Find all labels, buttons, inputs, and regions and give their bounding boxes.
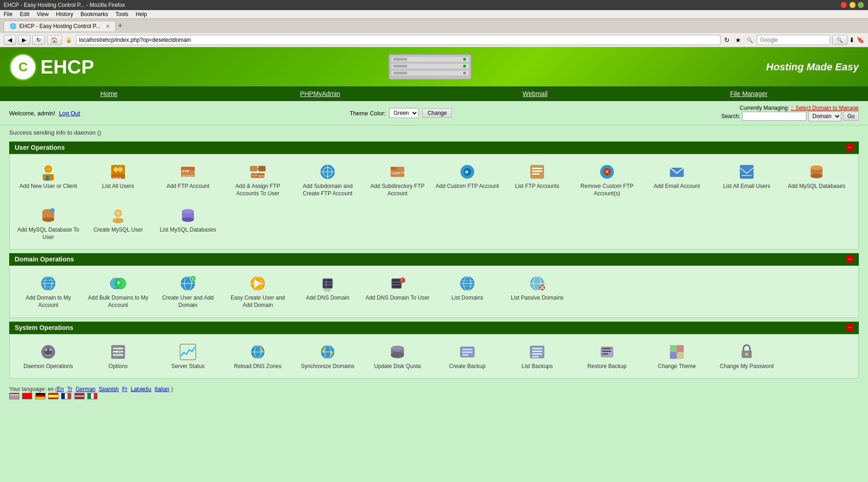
op-create-user-domain[interactable]: + Create User and Add Domain bbox=[154, 271, 222, 312]
nav-webmail[interactable]: Webmail bbox=[522, 90, 547, 97]
op-server-status[interactable]: Server Status bbox=[154, 339, 222, 374]
op-list-users[interactable]: users List All Users bbox=[84, 159, 152, 201]
reload-icon[interactable]: ↻ bbox=[722, 36, 732, 44]
forward-button[interactable]: ▶ bbox=[18, 35, 30, 45]
user-operations-collapse[interactable]: − bbox=[846, 144, 853, 151]
op-create-mysql-user[interactable]: Create MySQL User bbox=[84, 203, 152, 244]
lang-italian[interactable]: Italian bbox=[155, 386, 170, 392]
search-type-select[interactable]: Domain User bbox=[808, 111, 841, 121]
nav-home[interactable]: Home bbox=[101, 90, 118, 97]
op-subdir-ftp[interactable]: subdir FTP Add Subdirectory FTP Account bbox=[363, 159, 431, 201]
menu-tools[interactable]: Tools bbox=[115, 11, 128, 17]
nav-phpmyadmin[interactable]: PHPMyAdmin bbox=[300, 90, 340, 97]
list-backups-label: List Backups bbox=[522, 363, 553, 370]
op-add-email[interactable]: Add Email Account bbox=[643, 159, 711, 201]
op-list-domains[interactable]: List Domains bbox=[433, 271, 501, 312]
op-list-backups[interactable]: List Backups bbox=[503, 339, 571, 374]
menu-file[interactable]: File bbox=[4, 11, 12, 17]
op-dns-user[interactable]: ! Add DNS Domain To User bbox=[363, 271, 431, 312]
svg-point-91 bbox=[400, 278, 405, 283]
add-domain-label: Add Domain to My Account bbox=[16, 295, 80, 309]
op-list-ftp[interactable]: List FTP Accounts bbox=[503, 159, 571, 201]
op-sync-domains[interactable]: Synchronize Domains bbox=[294, 339, 362, 374]
op-subdomain-ftp[interactable]: Add Subdomain and Create FTP Account bbox=[294, 159, 362, 201]
domain-search-input[interactable] bbox=[742, 112, 806, 121]
bookmark-icon[interactable]: ★ bbox=[733, 36, 743, 44]
browser-menu-bar: File Edit View History Bookmarks Tools H… bbox=[0, 10, 868, 19]
browser-tab[interactable]: 🌐 EHCP - Easy Hosting Control P... ✕ bbox=[4, 21, 116, 31]
domain-operations-body: Add Domain to My Account + Add Bulk Doma… bbox=[9, 266, 859, 318]
search-submit-button[interactable]: 🔍 bbox=[832, 35, 847, 45]
browser-controls: 🔴 🟡 🟢 bbox=[840, 2, 864, 8]
svg-text:!: ! bbox=[401, 278, 403, 283]
lang-en[interactable]: En bbox=[57, 386, 64, 392]
logo-letter: C bbox=[18, 60, 28, 74]
op-list-mysql[interactable]: List MySQL Databases bbox=[154, 203, 222, 244]
op-add-dns[interactable]: DNS Add DNS Domain bbox=[294, 271, 362, 312]
lang-german[interactable]: German bbox=[75, 386, 95, 392]
menu-view[interactable]: View bbox=[37, 11, 49, 17]
op-custom-ftp[interactable]: ⚙ Add Custom FTP Account bbox=[433, 159, 501, 201]
lang-latviesu[interactable]: Latviešu bbox=[130, 386, 151, 392]
system-operations-collapse[interactable]: − bbox=[846, 324, 853, 331]
op-options[interactable]: Options bbox=[84, 339, 152, 374]
disk-quota-icon bbox=[388, 343, 407, 361]
tab-close-icon[interactable]: ✕ bbox=[106, 23, 110, 29]
logout-link[interactable]: Log Out bbox=[59, 110, 80, 117]
op-change-theme[interactable]: Change Theme bbox=[643, 339, 711, 374]
lang-fr[interactable]: Fr bbox=[122, 386, 127, 392]
logo-circle: C bbox=[9, 53, 37, 81]
op-daemon[interactable]: Daemon Operations bbox=[14, 339, 82, 374]
tab-bar: 🌐 EHCP - Easy Hosting Control P... ✕ + bbox=[0, 19, 868, 33]
search-go-button[interactable]: Go bbox=[843, 112, 859, 121]
add-domain-icon bbox=[39, 274, 57, 293]
reload-button[interactable]: ↻ bbox=[32, 35, 45, 45]
menu-history[interactable]: History bbox=[56, 11, 73, 17]
op-create-backup[interactable]: Create Backup bbox=[433, 339, 501, 374]
theme-select[interactable]: Green Blue Red bbox=[389, 108, 419, 118]
select-domain-link[interactable]: :: Select Domain to Manage bbox=[791, 105, 859, 111]
menu-edit[interactable]: Edit bbox=[20, 11, 29, 17]
new-tab-button[interactable]: + bbox=[118, 21, 123, 31]
op-add-mysql[interactable]: Add MySQL Databases bbox=[783, 159, 851, 201]
op-add-ftp[interactable]: FTPaccount Add FTP Account bbox=[154, 159, 222, 201]
domain-operations-section: Domain Operations − Add Domain to My Acc… bbox=[9, 253, 859, 318]
domain-operations-collapse[interactable]: − bbox=[846, 255, 853, 263]
address-bar[interactable] bbox=[76, 35, 720, 45]
back-button[interactable]: ◀ bbox=[4, 35, 16, 45]
op-easy-create[interactable]: Easy Create User and Add Domain bbox=[224, 271, 292, 312]
op-add-domain[interactable]: Add Domain to My Account bbox=[14, 271, 82, 312]
flag-us bbox=[9, 393, 19, 399]
menu-bookmarks[interactable]: Bookmarks bbox=[80, 11, 108, 17]
currently-managing-row: Currently Managing: :: Select Domain to … bbox=[740, 105, 859, 111]
op-reload-dns[interactable]: Reload DNS Zones bbox=[224, 339, 292, 374]
bookmark2-icon[interactable]: 🔖 bbox=[857, 36, 864, 44]
browser-search-input[interactable] bbox=[757, 35, 830, 45]
home-nav-button[interactable]: 🏠 bbox=[47, 35, 62, 45]
op-add-new-user[interactable]: 👤 Add New User or Client bbox=[14, 159, 82, 201]
op-remove-ftp[interactable]: ✕ Remove Custom FTP Account(s) bbox=[573, 159, 641, 201]
remove-ftp-icon: ✕ bbox=[598, 163, 616, 181]
svg-rect-137 bbox=[532, 356, 539, 357]
menu-help[interactable]: Help bbox=[136, 11, 147, 17]
svg-point-5 bbox=[463, 65, 466, 68]
download-icon[interactable]: ⬇ bbox=[849, 36, 855, 44]
op-disk-quota[interactable]: Update Disk Quota bbox=[363, 339, 431, 374]
svg-point-127 bbox=[391, 352, 404, 358]
op-change-password[interactable]: Change My Password bbox=[713, 339, 781, 374]
language-bar: Your language: en (En Tr German Spanish … bbox=[0, 382, 868, 403]
nav-filemanager[interactable]: File Manager bbox=[730, 90, 768, 97]
flag-it bbox=[87, 393, 97, 399]
op-assign-ftp[interactable]: FTP assign Add & Assign FTP Accounts To … bbox=[224, 159, 292, 201]
list-backups-icon bbox=[528, 343, 546, 361]
op-list-email[interactable]: List All Email Users bbox=[713, 159, 781, 201]
op-restore-backup[interactable]: Restore Backup bbox=[573, 339, 641, 374]
lang-spanish[interactable]: Spanish bbox=[99, 386, 119, 392]
op-passive-domains[interactable]: List Passive Domains bbox=[503, 271, 571, 312]
theme-change-button[interactable]: Change bbox=[422, 108, 452, 118]
theme-label: Theme Color: bbox=[350, 110, 386, 117]
op-mysql-user[interactable]: Add MySQL Database To User bbox=[14, 203, 82, 244]
op-bulk-domains[interactable]: + Add Bulk Domains to My Account bbox=[84, 271, 152, 312]
lang-tr[interactable]: Tr bbox=[67, 386, 72, 392]
svg-point-57 bbox=[50, 208, 55, 213]
